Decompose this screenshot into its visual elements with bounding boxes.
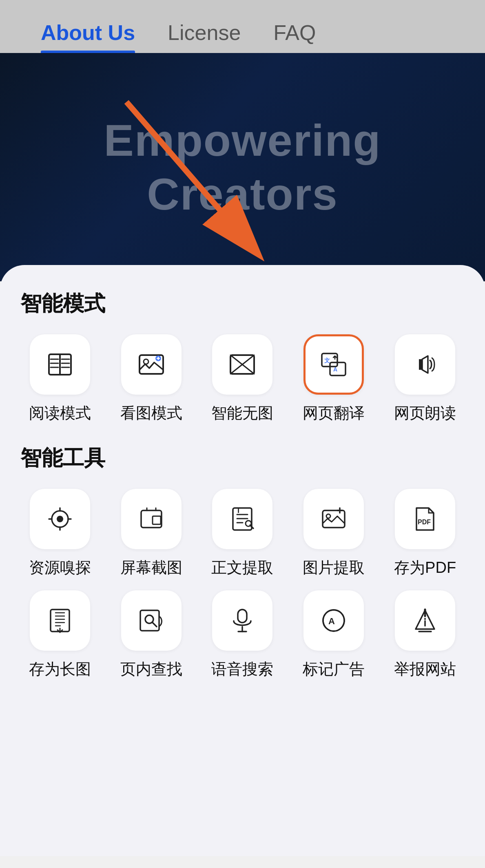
icon-box-no-image xyxy=(212,334,272,395)
icon-item-find-in-page[interactable]: 页内查找 xyxy=(112,590,191,680)
icon-item-read-aloud[interactable]: 网页朗读 xyxy=(385,334,465,424)
save-pdf-label: 存为PDF xyxy=(394,557,456,578)
icon-box-save-long-image xyxy=(30,590,90,651)
icon-box-image-mode xyxy=(121,334,182,395)
mark-ad-label: 标记广告 xyxy=(303,659,365,680)
text-extract-label: 正文提取 xyxy=(211,557,273,578)
icon-box-report-site xyxy=(395,590,455,651)
icon-box-translate: 文 A xyxy=(303,334,364,395)
read-aloud-label: 网页朗读 xyxy=(394,403,456,424)
smart-tools-title: 智能工具 xyxy=(20,444,465,473)
icon-item-mark-ad[interactable]: A 标记广告 xyxy=(294,590,373,680)
icon-item-image-mode[interactable]: 看图模式 xyxy=(112,334,191,424)
svg-point-4 xyxy=(144,359,148,364)
text-extract-icon: T xyxy=(228,505,257,533)
hero-section: Empowering Creators xyxy=(0,53,485,281)
svg-point-19 xyxy=(246,521,251,526)
report-site-icon xyxy=(411,606,439,635)
svg-text:A: A xyxy=(333,366,337,373)
icon-box-find-in-page xyxy=(121,590,182,651)
save-long-image-label: 存为长图 xyxy=(29,659,91,680)
image-mode-label: 看图模式 xyxy=(120,403,182,424)
icon-box-read-aloud xyxy=(395,334,455,395)
svg-text:PDF: PDF xyxy=(418,519,431,526)
translate-label: 网页翻译 xyxy=(303,403,365,424)
svg-rect-26 xyxy=(238,610,247,623)
svg-text:文: 文 xyxy=(324,357,330,364)
smart-tools-grid: 资源嗅探 屏幕截图 T xyxy=(20,489,465,680)
report-site-label: 举报网站 xyxy=(394,659,456,680)
read-aloud-icon xyxy=(411,350,439,379)
tab-faq[interactable]: FAQ xyxy=(257,12,332,53)
icon-item-screenshot[interactable]: 屏幕截图 xyxy=(112,489,191,578)
svg-point-14 xyxy=(57,516,63,522)
svg-rect-16 xyxy=(153,516,161,524)
icon-item-report-site[interactable]: 举报网站 xyxy=(385,590,465,680)
icon-box-screenshot xyxy=(121,489,182,549)
no-image-icon xyxy=(228,350,257,379)
annotation-arrow xyxy=(0,53,485,281)
icon-item-read-mode[interactable]: 阅读模式 xyxy=(20,334,100,424)
icon-item-translate[interactable]: 文 A 网页翻译 xyxy=(294,334,373,424)
find-in-page-label: 页内查找 xyxy=(120,659,182,680)
icon-box-text-extract: T xyxy=(212,489,272,549)
screenshot-label: 屏幕截图 xyxy=(120,557,182,578)
smart-mode-grid: 阅读模式 看图模式 xyxy=(20,334,465,424)
translate-icon: 文 A xyxy=(319,350,348,379)
save-long-image-icon xyxy=(46,606,74,635)
no-image-label: 智能无图 xyxy=(211,403,273,424)
image-extract-label: 图片提取 xyxy=(303,557,365,578)
tab-license[interactable]: License xyxy=(151,12,257,53)
screenshot-icon xyxy=(137,505,166,533)
svg-text:A: A xyxy=(328,616,335,626)
icon-item-save-pdf[interactable]: PDF 存为PDF xyxy=(385,489,465,578)
read-mode-label: 阅读模式 xyxy=(29,403,91,424)
tab-about-us[interactable]: About Us xyxy=(24,12,151,53)
image-extract-icon xyxy=(319,505,348,533)
tab-bar: About Us License FAQ xyxy=(0,0,485,53)
svg-point-21 xyxy=(326,514,330,518)
icon-box-resource-sniff xyxy=(30,489,90,549)
icon-item-text-extract[interactable]: T 正文提取 xyxy=(203,489,282,578)
smart-mode-title: 智能模式 xyxy=(20,289,465,318)
icon-item-save-long-image[interactable]: 存为长图 xyxy=(20,590,100,680)
resource-sniff-icon xyxy=(46,505,74,533)
icon-item-resource-sniff[interactable]: 资源嗅探 xyxy=(20,489,100,578)
voice-search-icon xyxy=(228,606,257,635)
icon-item-no-image[interactable]: 智能无图 xyxy=(203,334,282,424)
image-mode-icon xyxy=(137,350,166,379)
icon-box-save-pdf: PDF xyxy=(395,489,455,549)
find-in-page-icon xyxy=(137,606,166,635)
svg-rect-24 xyxy=(140,610,159,631)
voice-search-label: 语音搜索 xyxy=(211,659,273,680)
read-mode-icon xyxy=(46,350,74,379)
icon-item-image-extract[interactable]: 图片提取 xyxy=(294,489,373,578)
bottom-sheet: 智能模式 阅读模式 xyxy=(0,265,485,856)
icon-box-mark-ad: A xyxy=(303,590,364,651)
mark-ad-icon: A xyxy=(319,606,348,635)
svg-line-1 xyxy=(126,102,257,253)
resource-sniff-label: 资源嗅探 xyxy=(29,557,91,578)
icon-box-read-mode xyxy=(30,334,90,395)
save-pdf-icon: PDF xyxy=(411,505,439,533)
icon-box-image-extract xyxy=(303,489,364,549)
icon-item-voice-search[interactable]: 语音搜索 xyxy=(203,590,282,680)
svg-text:T: T xyxy=(236,506,241,515)
icon-box-voice-search xyxy=(212,590,272,651)
